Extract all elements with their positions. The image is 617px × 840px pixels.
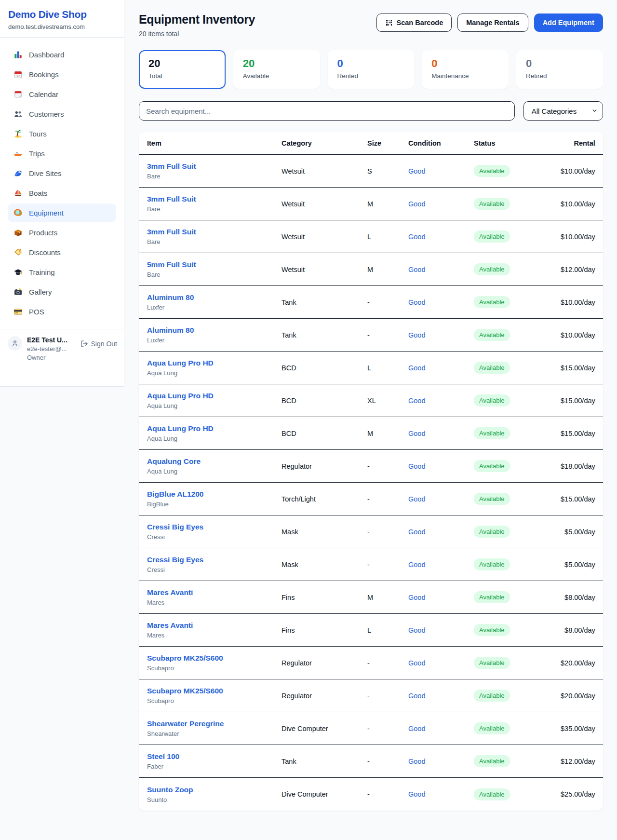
- item-name-link[interactable]: 3mm Full Suit: [147, 195, 282, 203]
- sidebar-item-tours[interactable]: Tours: [8, 124, 116, 143]
- table-row: Aqualung Core Aqua Lung Regulator - Good…: [139, 450, 603, 483]
- search-input[interactable]: [139, 101, 515, 121]
- condition-link[interactable]: Good: [408, 692, 425, 700]
- item-name-link[interactable]: Scubapro MK25/S600: [147, 687, 282, 695]
- scan-barcode-button[interactable]: Scan Barcode: [376, 14, 452, 32]
- condition-link[interactable]: Good: [408, 594, 425, 601]
- item-name-link[interactable]: Aluminum 80: [147, 293, 282, 302]
- item-name-link[interactable]: 3mm Full Suit: [147, 228, 282, 236]
- item-size: M: [367, 200, 408, 208]
- condition-link[interactable]: Good: [408, 758, 425, 765]
- user-name: E2E Test U...: [27, 336, 67, 344]
- avatar: [8, 336, 22, 351]
- item-name-link[interactable]: 3mm Full Suit: [147, 162, 282, 171]
- item-brand: Scubapro: [147, 664, 282, 672]
- item-brand: Bare: [147, 271, 282, 278]
- equipment-icon: [13, 208, 23, 217]
- condition-link[interactable]: Good: [408, 233, 425, 241]
- item-name-link[interactable]: Cressi Big Eyes: [147, 523, 282, 531]
- sidebar-item-gallery[interactable]: Gallery: [8, 283, 116, 301]
- status-badge: Available: [474, 526, 510, 538]
- item-name-link[interactable]: 5mm Full Suit: [147, 260, 282, 269]
- sidebar-item-bookings[interactable]: Bookings: [8, 65, 116, 84]
- sidebar-item-products[interactable]: Products: [8, 223, 116, 242]
- condition-link[interactable]: Good: [408, 364, 425, 372]
- item-size: -: [367, 528, 408, 536]
- item-name-link[interactable]: Mares Avanti: [147, 621, 282, 630]
- stat-card-total[interactable]: 20 Total: [139, 50, 226, 89]
- pos-icon: [13, 307, 23, 316]
- sidebar-item-trips[interactable]: Trips: [8, 144, 116, 163]
- item-rental: $5.00/day: [561, 528, 595, 536]
- table-row: Mares Avanti Mares Fins M Good Available…: [139, 581, 603, 614]
- sidebar-item-discounts[interactable]: Discounts: [8, 243, 116, 262]
- item-name-link[interactable]: Aluminum 80: [147, 326, 282, 335]
- item-size: -: [367, 758, 408, 765]
- sidebar-item-pos[interactable]: POS: [8, 302, 116, 321]
- condition-link[interactable]: Good: [408, 397, 425, 405]
- item-name-link[interactable]: Aqua Lung Pro HD: [147, 392, 282, 400]
- brand-title[interactable]: Demo Dive Shop: [8, 9, 116, 20]
- stat-card-maintenance[interactable]: 0 Maintenance: [422, 50, 509, 89]
- stat-label: Total: [148, 72, 216, 80]
- sidebar-item-training[interactable]: Training: [8, 263, 116, 282]
- condition-link[interactable]: Good: [408, 462, 425, 470]
- condition-link[interactable]: Good: [408, 298, 425, 306]
- condition-link[interactable]: Good: [408, 725, 425, 732]
- condition-link[interactable]: Good: [408, 200, 425, 208]
- item-size: L: [367, 364, 408, 372]
- sidebar-item-customers[interactable]: Customers: [8, 105, 116, 123]
- item-name-link[interactable]: BigBlue AL1200: [147, 490, 282, 499]
- condition-link[interactable]: Good: [408, 626, 425, 634]
- stat-card-rented[interactable]: 0 Rented: [328, 50, 415, 89]
- sign-out-button[interactable]: Sign Out: [80, 340, 117, 348]
- stat-label: Available: [243, 72, 310, 80]
- stat-card-retired[interactable]: 0 Retired: [516, 50, 603, 89]
- item-name-link[interactable]: Mares Avanti: [147, 588, 282, 597]
- brand-domain: demo.test.divestreams.com: [8, 23, 116, 30]
- item-name-link[interactable]: Aqua Lung Pro HD: [147, 359, 282, 367]
- stat-value: 0: [431, 57, 499, 70]
- item-brand: Aqua Lung: [147, 402, 282, 409]
- main-content: Equipment Inventory 20 items total Scan …: [124, 0, 617, 840]
- condition-link[interactable]: Good: [408, 331, 425, 339]
- item-rental: $15.00/day: [561, 364, 595, 372]
- condition-link[interactable]: Good: [408, 430, 425, 437]
- sidebar-item-dive-sites[interactable]: Dive Sites: [8, 164, 116, 183]
- item-rental: $10.00/day: [561, 298, 595, 306]
- item-name-link[interactable]: Shearwater Peregrine: [147, 719, 282, 728]
- item-name-link[interactable]: Scubapro MK25/S600: [147, 654, 282, 663]
- item-category: Wetsuit: [282, 167, 367, 175]
- item-rental: $15.00/day: [561, 495, 595, 503]
- sidebar-item-dashboard[interactable]: Dashboard: [8, 45, 116, 64]
- item-name-link[interactable]: Suunto Zoop: [147, 786, 282, 794]
- item-name-link[interactable]: Cressi Big Eyes: [147, 555, 282, 564]
- condition-link[interactable]: Good: [408, 528, 425, 536]
- condition-link[interactable]: Good: [408, 561, 425, 569]
- stat-value: 0: [337, 57, 405, 70]
- table-row: Aluminum 80 Luxfer Tank - Good Available…: [139, 286, 603, 319]
- barcode-scan-icon: [385, 19, 393, 27]
- condition-link[interactable]: Good: [408, 167, 425, 175]
- status-badge: Available: [474, 624, 510, 636]
- stat-card-available[interactable]: 20 Available: [233, 50, 320, 89]
- item-name-link[interactable]: Aqualung Core: [147, 457, 282, 466]
- item-brand: Mares: [147, 632, 282, 639]
- item-size: M: [367, 430, 408, 437]
- item-brand: Bare: [147, 173, 282, 180]
- add-equipment-button[interactable]: Add Equipment: [534, 14, 603, 32]
- category-select[interactable]: All Categories: [523, 101, 603, 121]
- table-row: Cressi Big Eyes Cressi Mask - Good Avail…: [139, 548, 603, 581]
- sidebar-item-calendar[interactable]: Calendar: [8, 85, 116, 104]
- item-size: XL: [367, 397, 408, 405]
- condition-link[interactable]: Good: [408, 790, 425, 798]
- item-rental: $10.00/day: [561, 331, 595, 339]
- condition-link[interactable]: Good: [408, 266, 425, 273]
- condition-link[interactable]: Good: [408, 659, 425, 667]
- condition-link[interactable]: Good: [408, 495, 425, 503]
- item-name-link[interactable]: Steel 100: [147, 752, 282, 761]
- manage-rentals-button[interactable]: Manage Rentals: [457, 14, 528, 32]
- item-name-link[interactable]: Aqua Lung Pro HD: [147, 424, 282, 433]
- sidebar-item-equipment[interactable]: Equipment: [8, 203, 116, 222]
- sidebar-item-boats[interactable]: Boats: [8, 184, 116, 203]
